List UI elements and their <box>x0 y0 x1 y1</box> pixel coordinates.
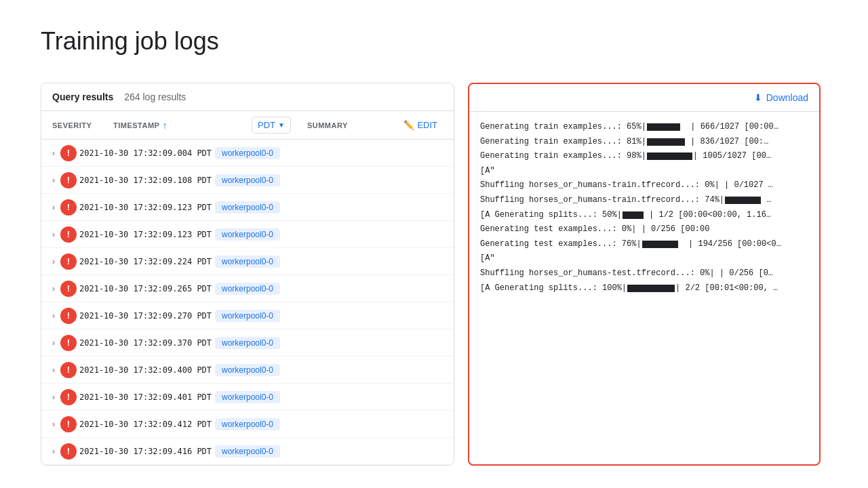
table-row[interactable]: › ! 2021-10-30 17:32:09.123 PDT workerpo… <box>41 194 454 221</box>
table-row[interactable]: › ! 2021-10-30 17:32:09.265 PDT workerpo… <box>41 275 454 302</box>
table-row[interactable]: › ! 2021-10-30 17:32:09.400 PDT workerpo… <box>41 357 454 384</box>
pdt-dropdown-button[interactable]: PDT ▼ <box>252 117 291 134</box>
expand-icon[interactable]: › <box>47 174 60 187</box>
left-panel: Query results 264 log results SEVERITY T… <box>41 83 454 466</box>
timestamp-cell: 2021-10-30 17:32:09.370 PDT <box>79 338 215 348</box>
log-count: 264 log results <box>124 92 186 102</box>
severity-error-icon: ! <box>60 145 77 161</box>
severity-error-icon: ! <box>60 281 77 297</box>
severity-error-icon: ! <box>60 389 77 405</box>
panel-header: Query results 264 log results <box>41 83 454 111</box>
timestamp-cell: 2021-10-30 17:32:09.224 PDT <box>79 257 215 266</box>
expand-icon[interactable]: › <box>47 255 60 268</box>
severity-error-icon: ! <box>60 335 77 351</box>
expand-icon[interactable]: › <box>47 309 60 323</box>
table-row[interactable]: › ! 2021-10-30 17:32:09.270 PDT workerpo… <box>41 302 454 329</box>
main-content: Query results 264 log results SEVERITY T… <box>41 83 827 466</box>
summary-tag: workerpool0-0 <box>215 147 280 159</box>
log-line: Generating test examples...: 76%| | 194/… <box>480 237 808 252</box>
table-row[interactable]: › ! 2021-10-30 17:32:09.401 PDT workerpo… <box>41 384 454 411</box>
severity-error-icon: ! <box>60 199 77 216</box>
expand-icon[interactable]: › <box>47 445 60 458</box>
expand-icon[interactable]: › <box>47 418 60 431</box>
severity-error-icon: ! <box>60 253 77 270</box>
table-toolbar: SEVERITY TIMESTAMP ↑ PDT ▼ SUMMARY ✏️ ED… <box>41 111 454 140</box>
table-row[interactable]: › ! 2021-10-30 17:32:09.412 PDT workerpo… <box>41 411 454 438</box>
expand-icon[interactable]: › <box>47 146 60 160</box>
log-line: [A" <box>480 251 808 266</box>
table-row[interactable]: › ! 2021-10-30 17:32:09.004 PDT workerpo… <box>41 140 454 167</box>
page-container: Training job logs Query results 264 log … <box>0 0 868 488</box>
log-line: Shuffling horses_or_humans-test.tfrecord… <box>480 266 808 281</box>
log-line: Generating train examples...: 98%|| 1005… <box>480 149 808 164</box>
table-row[interactable]: › ! 2021-10-30 17:32:09.416 PDT workerpo… <box>41 438 454 465</box>
timestamp-cell: 2021-10-30 17:32:09.265 PDT <box>79 284 215 293</box>
log-line: [A Generating splits...: 100%|| 2/2 [00:… <box>480 281 808 296</box>
log-line: Shuffling horses_or_humans-train.tfrecor… <box>480 178 808 193</box>
log-line: [A" <box>480 164 808 179</box>
expand-icon[interactable]: › <box>47 201 60 214</box>
severity-error-icon: ! <box>60 308 77 324</box>
timestamp-cell: 2021-10-30 17:32:09.401 PDT <box>79 392 215 402</box>
log-line: [A Generating splits...: 50%| | 1/2 [00:… <box>480 208 808 223</box>
download-button[interactable]: ⬇ Download <box>754 92 808 103</box>
expand-icon[interactable]: › <box>47 336 60 350</box>
summary-tag: workerpool0-0 <box>215 283 280 295</box>
timestamp-cell: 2021-10-30 17:32:09.123 PDT <box>79 203 215 212</box>
summary-tag: workerpool0-0 <box>215 174 280 186</box>
severity-error-icon: ! <box>60 443 77 460</box>
expand-icon[interactable]: › <box>47 228 60 241</box>
severity-error-icon: ! <box>60 362 77 378</box>
severity-error-icon: ! <box>60 172 77 188</box>
timestamp-cell: 2021-10-30 17:32:09.108 PDT <box>79 176 215 185</box>
summary-tag: workerpool0-0 <box>215 337 280 349</box>
table-body: › ! 2021-10-30 17:32:09.004 PDT workerpo… <box>41 140 454 465</box>
summary-tag: workerpool0-0 <box>215 364 280 376</box>
log-line: Generating train examples...: 65%| | 666… <box>480 120 808 135</box>
table-row[interactable]: › ! 2021-10-30 17:32:09.123 PDT workerpo… <box>41 221 454 248</box>
timestamp-cell: 2021-10-30 17:32:09.416 PDT <box>79 447 215 456</box>
log-line: Generating train examples...: 81%| | 836… <box>480 135 808 150</box>
summary-tag: workerpool0-0 <box>215 201 280 214</box>
edit-icon: ✏️ <box>403 120 414 130</box>
summary-tag: workerpool0-0 <box>215 391 280 403</box>
table-row[interactable]: › ! 2021-10-30 17:32:09.108 PDT workerpo… <box>41 167 454 194</box>
summary-tag: workerpool0-0 <box>215 228 280 241</box>
timestamp-cell: 2021-10-30 17:32:09.004 PDT <box>79 148 215 158</box>
query-results-label: Query results <box>52 92 113 102</box>
col-severity-header: SEVERITY <box>52 121 113 129</box>
col-summary-header: SUMMARY <box>307 121 398 129</box>
log-line: Generating test examples...: 0%| | 0/256… <box>480 222 808 237</box>
table-row[interactable]: › ! 2021-10-30 17:32:09.224 PDT workerpo… <box>41 248 454 275</box>
timestamp-cell: 2021-10-30 17:32:09.412 PDT <box>79 420 215 429</box>
expand-icon[interactable]: › <box>47 390 60 404</box>
timestamp-cell: 2021-10-30 17:32:09.123 PDT <box>79 230 215 239</box>
summary-tag: workerpool0-0 <box>215 418 280 430</box>
chevron-down-icon: ▼ <box>278 121 285 129</box>
sort-arrow-icon: ↑ <box>162 120 167 131</box>
expand-icon[interactable]: › <box>47 363 60 377</box>
summary-tag: workerpool0-0 <box>215 310 280 322</box>
severity-error-icon: ! <box>60 226 77 243</box>
page-title: Training job logs <box>41 27 827 56</box>
right-panel-header: ⬇ Download <box>469 84 819 112</box>
download-icon: ⬇ <box>754 92 762 103</box>
right-panel: ⬇ Download Generating train examples...:… <box>468 83 821 466</box>
severity-error-icon: ! <box>60 416 77 432</box>
summary-tag: workerpool0-0 <box>215 256 280 268</box>
log-output: Generating train examples...: 65%| | 666… <box>469 112 819 464</box>
expand-icon[interactable]: › <box>47 282 60 296</box>
table-row[interactable]: › ! 2021-10-30 17:32:09.370 PDT workerpo… <box>41 329 454 357</box>
log-line: Shuffling horses_or_humans-train.tfrecor… <box>480 193 808 208</box>
summary-tag: workerpool0-0 <box>215 445 280 458</box>
timestamp-cell: 2021-10-30 17:32:09.400 PDT <box>79 365 215 375</box>
edit-button[interactable]: ✏️ EDIT <box>398 117 443 133</box>
timestamp-cell: 2021-10-30 17:32:09.270 PDT <box>79 311 215 321</box>
col-timestamp-header: TIMESTAMP ↑ <box>113 120 249 131</box>
